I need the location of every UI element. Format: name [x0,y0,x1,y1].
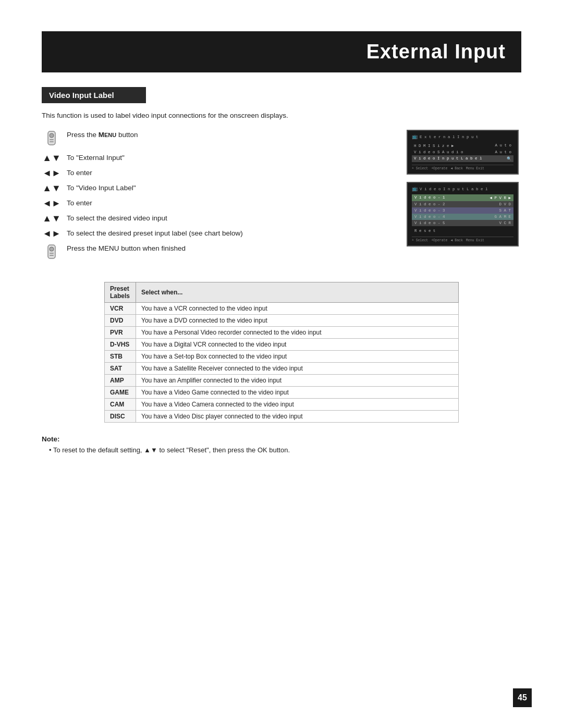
step-text-6: To select the desired video input [67,213,167,222]
table-cell-description: You have a VCR connected to the video in… [136,303,459,315]
step-row-2: ▲▼ To "External Input" [42,153,391,163]
table-row: VCRYou have a VCR connected to the video… [105,303,459,315]
main-content: Press the MENU button ▲▼ To "External In… [42,130,521,266]
table-cell-label: VCR [105,303,136,315]
screen1-item2-label: V i d e o S A u d i o [414,150,463,154]
screen2-value-5: V C R [499,221,511,225]
tv-icon-1: 📺 [412,134,418,140]
note-section: Note: To reset to the default setting, ▲… [42,435,521,454]
step-text-1: Press the MENU button [67,130,138,139]
table-row: DVDYou have a DVD connected to the video… [105,315,459,327]
screen1-item-2: V i d e o S A u d i o A u t o [412,149,513,155]
steps-column: Press the MENU button ▲▼ To "External In… [42,130,391,266]
step-row-4: ▲▼ To "Video Input Label" [42,183,391,193]
svg-rect-6 [50,253,54,254]
step-icon-2: ▲▼ [42,153,62,163]
table-cell-label: SAT [105,363,136,375]
screen2-item-4: V i d e o - 4 G A M E [412,214,513,220]
table-cell-description: You have a Video Disc player connected t… [136,411,459,423]
table-row: PVRYou have a Personal Video recorder co… [105,327,459,339]
step-text-8: Press the MENU button when finished [67,243,186,252]
step-icon-4: ▲▼ [42,183,62,193]
table-cell-label: GAME [105,387,136,399]
table-cell-label: CAM [105,399,136,411]
screen1-item2-value: A u t o [495,150,511,154]
screen1-item1-label: H D M I S i z e ▶ [414,143,454,148]
screen1-nav-operate: +Operate [431,167,447,170]
table-cell-label: DVD [105,315,136,327]
step-row-3: ◄► To enter [42,168,391,178]
screen-mockup-1: 📺 E x t e r n a l I n p u t H D M I S i … [407,130,519,175]
page-number: 45 [513,688,532,707]
screen2-nav-back: ◄ Back [450,239,462,242]
screen1-item3-label: V i d e o I n p u t L a b e l [414,156,482,161]
screen2-item-2: V i d e o - 2 D V D [412,201,513,207]
step-icon-7: ◄► [42,229,62,238]
table-cell-label: STB [105,351,136,363]
page-container: External Input Video Input Label This fu… [0,0,563,485]
leftright-arrow-icon-3: ◄► [42,229,62,238]
step-icon-6: ▲▼ [42,214,62,223]
screen2-label-3: V i d e o - 3 [414,208,445,213]
updown-arrow-icon: ▲▼ [42,153,62,163]
table-header-select: Select when... [136,282,459,303]
svg-point-5 [50,247,54,251]
screen2-reset: R e s e t [412,228,513,234]
screen1-item1-value: A u t o [495,143,511,148]
screen2-value-2: D V D [499,202,511,206]
screens-column: 📺 E x t e r n a l I n p u t H D M I S i … [407,130,521,266]
screen2-title-bar: 📺 V i d e o I n p u t L a b e l [412,186,513,192]
table-row: CAMYou have a Video Camera connected to … [105,399,459,411]
table-row: SATYou have a Satellite Receiver connect… [105,363,459,375]
screen2-nav-select: + Select [412,239,428,242]
svg-rect-7 [50,255,54,256]
screen2-label-5: V i d e o - 5 [414,221,445,225]
table-cell-description: You have a Satellite Receiver connected … [136,363,459,375]
step-row-1: Press the MENU button [42,130,391,147]
step-row-6: ▲▼ To select the desired video input [42,213,391,223]
step-icon-3: ◄► [42,168,62,178]
screen1-item3-value: 🔍 [507,156,511,161]
table-row: DISCYou have a Video Disc player connect… [105,411,459,423]
step-icon-5: ◄► [42,199,62,208]
screen2-nav-exit: Menu Exit [466,239,484,242]
intro-text: This function is used to label video inp… [42,112,521,119]
screen1-item-3: V i d e o I n p u t L a b e l 🔍 [412,155,513,162]
updown-arrow-icon-3: ▲▼ [42,214,62,223]
step-row-8: Press the MENU button when finished [42,243,391,261]
table-cell-label: D-VHS [105,339,136,351]
table-row: STBYou have a Set-top Box connected to t… [105,351,459,363]
remote-icon-2 [44,244,59,260]
table-header-labels: PresetLabels [105,282,136,303]
leftright-arrow-icon-2: ◄► [42,199,62,208]
step-icon-1 [42,130,62,147]
step-text-4: To "Video Input Label" [67,183,136,192]
screen2-bottom-bar: + Select +Operate ◄ Back Menu Exit [412,237,513,242]
table-cell-description: You have a Video Camera connected to the… [136,399,459,411]
step-text-3: To enter [67,168,92,177]
screen2-nav-operate: +Operate [431,239,447,242]
page-title: External Input [63,41,506,63]
step-row-5: ◄► To enter [42,198,391,208]
table-cell-description: You have a DVD connected to the video in… [136,315,459,327]
table-cell-label: AMP [105,375,136,387]
screen-mockup-2: 📺 V i d e o I n p u t L a b e l V i d e … [407,182,519,246]
preset-table-container: PresetLabels Select when... VCRYou have … [104,282,459,423]
title-banner: External Input [42,31,521,72]
screen2-label-2: V i d e o - 2 [414,202,445,206]
updown-arrow-icon-2: ▲▼ [42,183,62,193]
table-row: AMPYou have an Amplifier connected to th… [105,375,459,387]
step-icon-8 [42,244,62,261]
screen1-nav-back: ◄ Back [450,167,462,170]
screen1-title-bar: 📺 E x t e r n a l I n p u t [412,134,513,140]
svg-rect-2 [50,139,54,140]
screen1-nav-exit: Menu Exit [466,167,484,170]
step-text-2: To "External Input" [67,153,125,162]
step-row-7: ◄► To select the desired preset input la… [42,228,391,238]
screen2-value-4: G A M E [494,215,511,219]
leftright-arrow-icon-1: ◄► [42,168,62,178]
table-cell-description: You have a Set-top Box connected to the … [136,351,459,363]
screen1-nav-select: + Select [412,167,428,170]
table-cell-description: You have an Amplifier connected to the v… [136,375,459,387]
section-header: Video Input Label [42,87,146,103]
